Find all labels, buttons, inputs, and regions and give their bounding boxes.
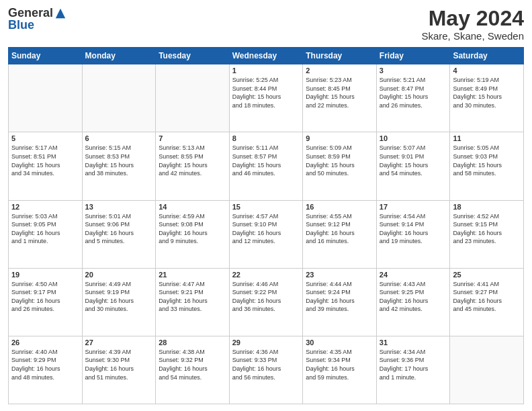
day-info: Sunrise: 4:46 AM Sunset: 9:22 PM Dayligh… [232,280,300,314]
calendar-cell: 15Sunrise: 4:57 AM Sunset: 9:10 PM Dayli… [229,200,303,268]
day-number: 13 [85,203,153,211]
day-info: Sunrise: 5:03 AM Sunset: 9:05 PM Dayligh… [11,212,79,246]
day-info: Sunrise: 5:13 AM Sunset: 8:55 PM Dayligh… [159,144,226,177]
calendar-cell: 7Sunrise: 5:13 AM Sunset: 8:55 PM Daylig… [156,132,230,200]
day-info: Sunrise: 5:01 AM Sunset: 9:06 PM Dayligh… [85,212,153,246]
logo-icon [54,7,66,19]
calendar-header: Sunday Monday Tuesday Wednesday Thursday… [9,48,524,64]
page: General Blue May 2024 Skare, Skane, Swed… [0,0,532,411]
day-info: Sunrise: 5:17 AM Sunset: 8:51 PM Dayligh… [11,144,79,177]
day-number: 1 [232,66,300,75]
day-number: 31 [380,338,447,347]
day-number: 21 [159,271,226,279]
calendar-cell: 29Sunrise: 4:36 AM Sunset: 9:33 PM Dayli… [229,336,303,404]
calendar-cell: 10Sunrise: 5:07 AM Sunset: 9:01 PM Dayli… [376,132,450,200]
week-row-2: 12Sunrise: 5:03 AM Sunset: 9:05 PM Dayli… [9,200,524,268]
day-info: Sunrise: 4:34 AM Sunset: 9:36 PM Dayligh… [380,348,447,381]
day-number: 8 [232,134,300,142]
col-wednesday: Wednesday [229,48,303,64]
day-number: 19 [11,271,79,279]
day-info: Sunrise: 5:15 AM Sunset: 8:53 PM Dayligh… [85,144,153,177]
day-info: Sunrise: 4:49 AM Sunset: 9:19 PM Dayligh… [85,280,153,314]
day-number: 30 [306,338,373,347]
col-thursday: Thursday [303,48,377,64]
day-info: Sunrise: 4:38 AM Sunset: 9:32 PM Dayligh… [159,348,226,381]
location-title: Skare, Skane, Sweden [421,30,524,42]
calendar-cell: 12Sunrise: 5:03 AM Sunset: 9:05 PM Dayli… [9,200,83,268]
calendar-cell: 31Sunrise: 4:34 AM Sunset: 9:36 PM Dayli… [376,336,450,404]
calendar-cell: 17Sunrise: 4:54 AM Sunset: 9:14 PM Dayli… [376,200,450,268]
calendar-cell: 25Sunrise: 4:41 AM Sunset: 9:27 PM Dayli… [450,268,524,336]
calendar-cell [156,64,230,132]
day-number: 3 [380,66,447,75]
week-row-0: 1Sunrise: 5:25 AM Sunset: 8:44 PM Daylig… [9,64,524,132]
title-block: May 2024 Skare, Skane, Sweden [421,7,524,42]
day-number: 2 [306,66,373,75]
calendar-cell: 13Sunrise: 5:01 AM Sunset: 9:06 PM Dayli… [82,200,156,268]
header: General Blue May 2024 Skare, Skane, Swed… [8,7,524,42]
calendar-cell: 18Sunrise: 4:52 AM Sunset: 9:15 PM Dayli… [450,200,524,268]
logo: General Blue [8,7,66,32]
month-title: May 2024 [421,7,524,30]
day-info: Sunrise: 4:55 AM Sunset: 9:12 PM Dayligh… [306,212,373,246]
logo-blue: Blue [8,19,66,32]
day-number: 26 [11,338,79,347]
day-number: 18 [453,203,521,211]
day-info: Sunrise: 4:39 AM Sunset: 9:30 PM Dayligh… [85,348,153,381]
calendar-cell [9,64,83,132]
day-number: 28 [159,338,226,347]
week-row-3: 19Sunrise: 4:50 AM Sunset: 9:17 PM Dayli… [9,268,524,336]
day-number: 17 [380,203,447,211]
calendar-cell: 3Sunrise: 5:21 AM Sunset: 8:47 PM Daylig… [376,64,450,132]
day-info: Sunrise: 4:44 AM Sunset: 9:24 PM Dayligh… [306,280,373,314]
col-tuesday: Tuesday [156,48,230,64]
day-info: Sunrise: 4:41 AM Sunset: 9:27 PM Dayligh… [453,280,521,314]
calendar-cell: 16Sunrise: 4:55 AM Sunset: 9:12 PM Dayli… [303,200,377,268]
calendar-cell [450,336,524,404]
calendar-cell: 8Sunrise: 5:11 AM Sunset: 8:57 PM Daylig… [229,132,303,200]
day-info: Sunrise: 5:11 AM Sunset: 8:57 PM Dayligh… [232,144,300,177]
calendar-body: 1Sunrise: 5:25 AM Sunset: 8:44 PM Daylig… [9,64,524,404]
calendar-cell: 6Sunrise: 5:15 AM Sunset: 8:53 PM Daylig… [82,132,156,200]
week-row-1: 5Sunrise: 5:17 AM Sunset: 8:51 PM Daylig… [9,132,524,200]
col-sunday: Sunday [9,48,83,64]
day-number: 24 [380,271,447,279]
day-number: 25 [453,271,521,279]
day-info: Sunrise: 4:54 AM Sunset: 9:14 PM Dayligh… [380,212,447,246]
day-info: Sunrise: 4:52 AM Sunset: 9:15 PM Dayligh… [453,212,521,246]
day-info: Sunrise: 5:25 AM Sunset: 8:44 PM Dayligh… [232,76,300,109]
day-info: Sunrise: 4:47 AM Sunset: 9:21 PM Dayligh… [159,280,226,314]
calendar-cell: 30Sunrise: 4:35 AM Sunset: 9:34 PM Dayli… [303,336,377,404]
col-monday: Monday [82,48,156,64]
calendar-cell: 22Sunrise: 4:46 AM Sunset: 9:22 PM Dayli… [229,268,303,336]
calendar-cell: 5Sunrise: 5:17 AM Sunset: 8:51 PM Daylig… [9,132,83,200]
day-number: 7 [159,134,226,142]
day-info: Sunrise: 4:59 AM Sunset: 9:08 PM Dayligh… [159,212,226,246]
calendar-cell: 23Sunrise: 4:44 AM Sunset: 9:24 PM Dayli… [303,268,377,336]
day-number: 5 [11,134,79,142]
day-number: 9 [306,134,373,142]
day-number: 23 [306,271,373,279]
calendar-cell: 26Sunrise: 4:40 AM Sunset: 9:29 PM Dayli… [9,336,83,404]
day-info: Sunrise: 4:35 AM Sunset: 9:34 PM Dayligh… [306,348,373,381]
day-number: 10 [380,134,447,142]
calendar-cell: 21Sunrise: 4:47 AM Sunset: 9:21 PM Dayli… [156,268,230,336]
calendar-cell: 27Sunrise: 4:39 AM Sunset: 9:30 PM Dayli… [82,336,156,404]
day-info: Sunrise: 5:21 AM Sunset: 8:47 PM Dayligh… [380,76,447,109]
calendar-cell: 11Sunrise: 5:05 AM Sunset: 9:03 PM Dayli… [450,132,524,200]
calendar-cell: 14Sunrise: 4:59 AM Sunset: 9:08 PM Dayli… [156,200,230,268]
week-row-4: 26Sunrise: 4:40 AM Sunset: 9:29 PM Dayli… [9,336,524,404]
day-number: 14 [159,203,226,211]
day-number: 6 [85,134,153,142]
calendar-cell: 19Sunrise: 4:50 AM Sunset: 9:17 PM Dayli… [9,268,83,336]
header-row: Sunday Monday Tuesday Wednesday Thursday… [9,48,524,64]
day-number: 29 [232,338,300,347]
day-info: Sunrise: 4:40 AM Sunset: 9:29 PM Dayligh… [11,348,79,381]
day-number: 16 [306,203,373,211]
svg-marker-0 [56,9,65,18]
day-info: Sunrise: 4:57 AM Sunset: 9:10 PM Dayligh… [232,212,300,246]
calendar-cell: 9Sunrise: 5:09 AM Sunset: 8:59 PM Daylig… [303,132,377,200]
day-info: Sunrise: 5:07 AM Sunset: 9:01 PM Dayligh… [380,144,447,177]
day-number: 4 [453,66,521,75]
day-number: 27 [85,338,153,347]
